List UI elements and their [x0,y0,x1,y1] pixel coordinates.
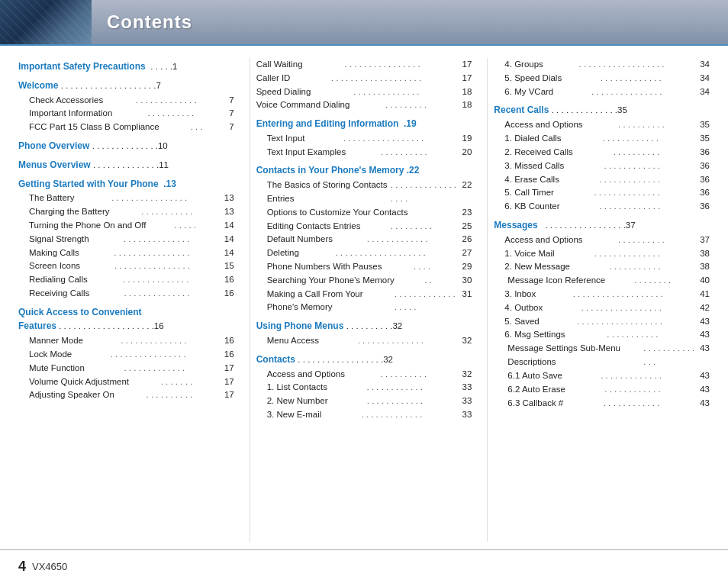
list-item: Receiving Calls. . . . . . . . . . . . .… [18,287,234,301]
list-item: Turning the Phone On and Off. . . . .14 [18,219,234,233]
list-item: 3. New E-mail. . . . . . . . . . . . .33 [256,408,472,422]
heading-phone-menus: Using Phone Menus . . . . . . . . . .32 [256,319,472,333]
header-image [0,0,92,44]
heading-entering: Entering and Editing Information .19 [256,117,472,131]
list-item: 4. Erase Calls. . . . . . . . . . . . .3… [494,173,710,187]
list-item: Adjusting Speaker On. . . . . . . . . .1… [18,388,234,402]
list-item: Caller ID. . . . . . . . . . . . . . . .… [256,72,472,85]
list-item: Making a Call From Your Phone's Memory. … [256,288,472,315]
list-item: Searching Your Phone's Memory. .30 [256,274,472,288]
list-item: 2. New Number. . . . . . . . . . . .33 [256,395,472,408]
list-item: Menu Access. . . . . . . . . . . . . .32 [256,334,472,348]
list-item: 6. KB Counter. . . . . . . . . . . . .36 [494,200,710,214]
list-item: Message Icon Reference. . . . . . . .40 [494,274,710,288]
heading-recent-calls: Recent Calls . . . . . . . . . . . . . .… [494,103,710,118]
list-item: Deleting. . . . . . . . . . . . . . . . … [256,246,472,260]
heading-contacts: Contacts . . . . . . . . . . . . . . . .… [256,353,472,367]
list-item: 2. Received Calls. . . . . . . . . .36 [494,146,710,159]
list-item: Charging the Battery. . . . . . . . . . … [18,205,234,219]
list-item: Redialing Calls. . . . . . . . . . . . .… [18,273,234,287]
heading-quick-access: Quick Access to ConvenientFeatures . . .… [18,305,234,333]
list-item: Making Calls. . . . . . . . . . . . . . … [18,246,234,260]
list-item: Access and Options. . . . . . . . . .35 [494,118,710,132]
list-item: 3. Inbox. . . . . . . . . . . . . . . . … [494,288,710,301]
list-item: Volume Quick Adjustment. . . . . . .17 [18,375,234,389]
list-item: Manner Mode. . . . . . . . . . . . . .16 [18,334,234,348]
heading-welcome: Welcome . . . . . . . . . . . . . . . . … [18,79,234,93]
list-item: Text Input. . . . . . . . . . . . . . . … [256,132,472,146]
heading-messages: Messages . . . . . . . . . . . . . . . .… [494,218,710,233]
list-item: Important Information. . . . . . . . . .… [18,107,234,121]
heading-menus-overview: Menus Overview . . . . . . . . . . . . .… [18,158,234,172]
heading-contacts-memory: Contacts in Your Phone's Memory .22 [256,163,472,178]
col-divider-2 [487,58,488,542]
list-item: Mute Function. . . . . . . . . . . . .17 [18,362,234,375]
list-item: 6.1 Auto Save. . . . . . . . . . . . .43 [494,369,710,383]
list-item: 5. Saved. . . . . . . . . . . . . . . . … [494,315,710,329]
list-item: Check Accessories. . . . . . . . . . . .… [18,94,234,108]
list-item: Message Settings Sub-Menu Descriptions. … [494,342,710,369]
list-item: 6. My VCard. . . . . . . . . . . . . . .… [494,85,710,99]
list-item: Access and Options. . . . . . . . . .37 [494,234,710,247]
list-item: 4. Groups. . . . . . . . . . . . . . . .… [494,58,710,72]
list-item: 1. Dialed Calls. . . . . . . . . . . .35 [494,132,710,146]
page-footer: 4 VX4650 [0,549,728,583]
list-item: 6.3 Callback #. . . . . . . . . . . .43 [494,397,710,411]
page-title: Contents [92,11,728,33]
list-item: 5. Call Timer. . . . . . . . . . . . . .… [494,186,710,200]
heading-getting-started: Getting Started with Your Phone .13 [18,177,234,192]
list-item: Speed Dialing. . . . . . . . . . . . . .… [256,85,472,99]
list-item: Options to Customize Your Contacts 23 [256,206,472,220]
col-1: Important Safety Precautions . . . . .1 … [18,58,243,542]
toc-content: Important Safety Precautions . . . . .1 … [0,46,728,549]
col-2: Call Waiting. . . . . . . . . . . . . . … [256,58,482,542]
list-item: 5. Speed Dials. . . . . . . . . . . . .3… [494,72,710,85]
list-item: Text Input Examples. . . . . . . . . .20 [256,146,472,159]
list-item: FCC Part 15 Class B Compliance . . .7 [18,121,234,134]
list-item: Lock Mode. . . . . . . . . . . . . . . .… [18,348,234,362]
list-item: Editing Contacts Entries. . . . . . . . … [256,220,472,234]
heading-safety: Important Safety Precautions . . . . .1 [18,60,234,74]
list-item: 2. New Message. . . . . . . . . . .38 [494,260,710,274]
list-item: Screen Icons. . . . . . . . . . . . . . … [18,259,234,273]
page-header: Contents [0,0,728,44]
list-item: 6. Msg Settings. . . . . . . . . . .43 [494,328,710,342]
list-item: 4. Outbox. . . . . . . . . . . . . . . .… [494,301,710,315]
footer-page-number: 4 [18,559,26,575]
list-item: The Battery. . . . . . . . . . . . . . .… [18,192,234,205]
col-divider-1 [250,58,250,542]
footer-model: VX4650 [32,561,67,572]
list-item: Voice Command Dialing. . . . . . . . .18 [256,98,472,112]
list-item: Call Waiting. . . . . . . . . . . . . . … [256,58,472,72]
list-item: 6.2 Auto Erase. . . . . . . . . . . .43 [494,383,710,397]
list-item: Signal Strength. . . . . . . . . . . . .… [18,233,234,246]
list-item: 1. Voice Mail. . . . . . . . . . . . . .… [494,247,710,261]
list-item: Access and Options. . . . . . . . . .32 [256,368,472,382]
heading-phone-overview: Phone Overview . . . . . . . . . . . . .… [18,139,234,153]
list-item: 1. List Contacts. . . . . . . . . . . .3… [256,381,472,395]
col-3: 4. Groups. . . . . . . . . . . . . . . .… [494,58,710,542]
list-item: Default Numbers. . . . . . . . . . . . .… [256,233,472,246]
list-item: The Basics of Storing Contacts Entries. … [256,179,472,206]
list-item: Phone Numbers With Pauses. . . .29 [256,260,472,274]
list-item: 3. Missed Calls. . . . . . . . . . . .36 [494,159,710,173]
